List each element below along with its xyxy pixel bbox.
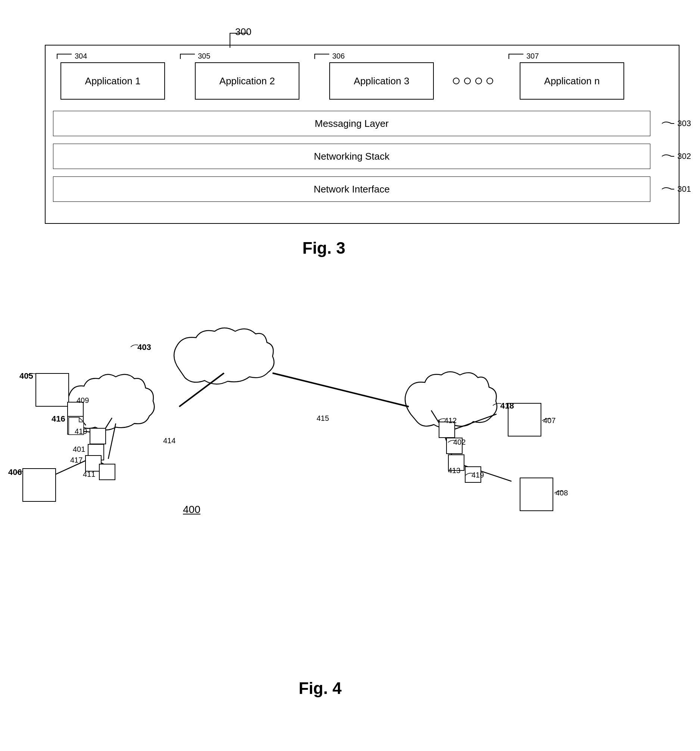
bracket-412 xyxy=(438,416,447,423)
ref-303: 303 xyxy=(660,119,691,128)
networking-label: Networking Stack xyxy=(314,151,389,162)
ref-401: 401 xyxy=(73,445,85,454)
svg-line-13 xyxy=(450,414,497,431)
ref-301: 301 xyxy=(660,184,691,194)
ref-306-label: 306 xyxy=(314,52,345,60)
ref-305-label: 305 xyxy=(180,52,210,60)
app-box-n: Application n xyxy=(520,62,624,100)
ref-304-label: 304 xyxy=(57,52,87,60)
dot-4 xyxy=(486,77,493,84)
ref-416: 416 xyxy=(51,414,65,424)
node-405 xyxy=(36,373,69,406)
app-box-3: Application 3 xyxy=(329,62,434,100)
node-408 xyxy=(520,477,553,511)
ref-417: 417 xyxy=(70,456,82,465)
middle-cloud xyxy=(174,328,274,384)
ref-307-label: 307 xyxy=(508,52,539,60)
ref-400: 400 xyxy=(183,504,200,516)
node-411 xyxy=(99,464,115,480)
fig3-apps-row: 304 Application 1 305 Application 2 xyxy=(53,57,673,105)
fig3-title: Fig. 3 xyxy=(302,239,345,257)
ref-410: 410 xyxy=(75,427,87,436)
app2-label: Application 2 xyxy=(220,75,275,87)
dot-2 xyxy=(464,77,471,84)
app-dots xyxy=(445,77,501,84)
node-410 xyxy=(90,428,106,444)
ref-411: 411 xyxy=(83,470,95,479)
fig3-outer-box: 304 Application 1 305 Application 2 xyxy=(45,45,680,224)
svg-line-6 xyxy=(108,423,116,459)
fig4-container: 405 409 416 410 401 417 411 406 403 414 … xyxy=(0,298,700,709)
bracket-405 xyxy=(26,371,37,376)
ref-414: 414 xyxy=(163,436,175,445)
bracket-408 xyxy=(554,489,564,496)
app3-label: Application 3 xyxy=(354,75,410,87)
interface-label: Network Interface xyxy=(314,184,390,195)
svg-line-3 xyxy=(179,373,224,406)
appn-label: Application n xyxy=(544,75,600,87)
messaging-label: Messaging Layer xyxy=(315,118,389,130)
dot-3 xyxy=(475,77,482,84)
ref-302: 302 xyxy=(660,151,691,161)
app1-label: Application 1 xyxy=(85,75,141,87)
bracket-419 xyxy=(465,471,474,477)
ref-413: 413 xyxy=(448,466,460,475)
ref-415: 415 xyxy=(317,414,329,423)
bracket-402 xyxy=(447,438,457,445)
fig4-title: Fig. 4 xyxy=(299,679,342,698)
dot-1 xyxy=(453,77,460,84)
bracket-407 xyxy=(541,416,552,423)
ref-403-label: 403 xyxy=(137,343,151,352)
app-box-1: Application 1 xyxy=(60,62,165,100)
layer-messaging: Messaging Layer 303 xyxy=(53,111,650,136)
fig4-svg xyxy=(0,298,700,709)
svg-line-4 xyxy=(273,373,409,406)
app-box-2: Application 2 xyxy=(195,62,299,100)
ref-409: 409 xyxy=(76,396,89,405)
bracket-406 xyxy=(15,467,24,476)
bracket-418 xyxy=(492,401,502,408)
node-406 xyxy=(22,468,56,502)
layer-interface: Network Interface 301 xyxy=(53,176,650,202)
layer-networking: Networking Stack 302 xyxy=(53,144,650,169)
bracket-403 xyxy=(130,343,139,349)
